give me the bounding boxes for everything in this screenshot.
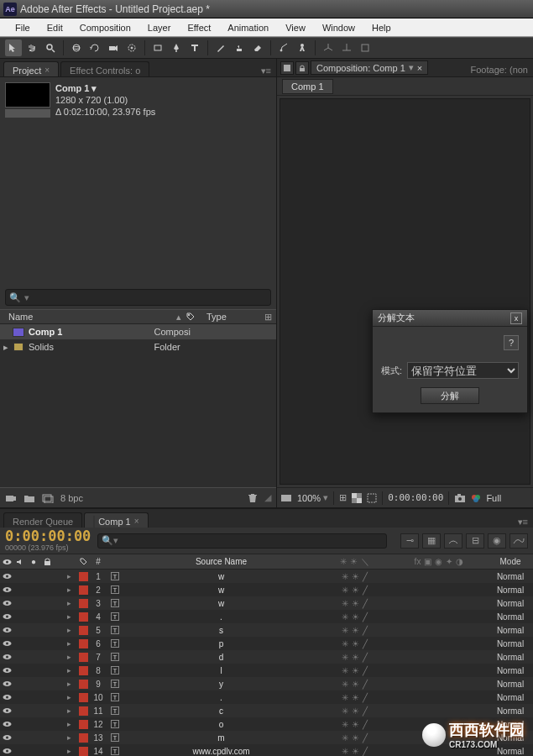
expand-toggle[interactable]: ▸ bbox=[60, 720, 76, 728]
tab-effect-controls[interactable]: Effect Controls: o bbox=[60, 61, 149, 76]
shy-toggle-icon[interactable] bbox=[444, 533, 462, 549]
label-swatch[interactable] bbox=[76, 720, 91, 729]
layer-name[interactable]: l bbox=[121, 666, 318, 675]
col-video-icon[interactable] bbox=[0, 559, 13, 565]
frame-blend-toggle-icon[interactable]: ⊟ bbox=[466, 533, 484, 549]
label-swatch[interactable] bbox=[76, 599, 91, 608]
always-preview-icon[interactable] bbox=[280, 493, 292, 503]
expand-toggle[interactable]: ▸ bbox=[60, 706, 76, 715]
layer-name[interactable]: www.cpdlv.com bbox=[121, 747, 318, 756]
col-source-name[interactable]: Source Name bbox=[121, 557, 318, 566]
mode-select[interactable]: 保留字符位置 bbox=[407, 362, 519, 379]
layer-row[interactable]: ▸11Tc✳☀╱Normal bbox=[0, 704, 533, 717]
expand-toggle[interactable]: ▸ bbox=[60, 693, 76, 701]
mask-visibility-icon[interactable] bbox=[367, 493, 377, 503]
col-mode[interactable]: Mode bbox=[483, 557, 533, 566]
menu-animation[interactable]: Animation bbox=[221, 20, 275, 35]
expand-toggle[interactable]: ▸ bbox=[60, 653, 76, 661]
view-axis-icon[interactable] bbox=[357, 39, 374, 56]
channel-icon[interactable] bbox=[471, 493, 481, 503]
layer-name[interactable]: w bbox=[121, 585, 318, 595]
hand-tool[interactable] bbox=[24, 39, 40, 56]
eye-toggle-icon[interactable] bbox=[0, 613, 13, 620]
expand-toggle[interactable]: ▸ bbox=[60, 612, 76, 621]
expand-toggle[interactable]: ▸ bbox=[60, 599, 76, 607]
eye-toggle-icon[interactable] bbox=[0, 734, 13, 741]
layer-switches[interactable]: ✳☀╱ bbox=[318, 599, 390, 608]
interpret-footage-icon[interactable] bbox=[5, 493, 17, 503]
viewer-layer-icon[interactable] bbox=[280, 61, 294, 75]
label-swatch[interactable] bbox=[76, 639, 91, 648]
layer-name[interactable]: c bbox=[121, 706, 318, 716]
panel-resize-icon[interactable]: ◢ bbox=[264, 492, 271, 503]
layer-name[interactable]: w bbox=[121, 572, 318, 581]
menu-file[interactable]: File bbox=[8, 20, 37, 35]
eye-toggle-icon[interactable] bbox=[0, 748, 13, 754]
menu-effect[interactable]: Effect bbox=[180, 20, 217, 35]
menu-edit[interactable]: Edit bbox=[40, 20, 70, 35]
type-tool[interactable] bbox=[186, 39, 203, 56]
layer-row[interactable]: ▸5Ts✳☀╱Normal bbox=[0, 623, 533, 637]
col-label-icon[interactable] bbox=[76, 558, 91, 565]
layer-name[interactable]: . bbox=[121, 612, 318, 622]
eye-toggle-icon[interactable] bbox=[0, 694, 13, 701]
layer-row[interactable]: ▸4T.✳☀╱Normal bbox=[0, 610, 533, 623]
menu-window[interactable]: Window bbox=[316, 20, 362, 35]
menu-layer[interactable]: Layer bbox=[141, 20, 178, 35]
rotation-tool[interactable] bbox=[86, 39, 103, 56]
timeline-search[interactable]: 🔍▾ bbox=[97, 533, 387, 549]
composition-viewer[interactable] bbox=[280, 98, 530, 485]
label-swatch[interactable] bbox=[76, 572, 91, 581]
tab-timeline-comp1[interactable]: Comp 1× bbox=[84, 512, 148, 528]
col-switches[interactable]: ✳☀＼ bbox=[318, 556, 390, 568]
eye-toggle-icon[interactable] bbox=[0, 600, 13, 606]
layer-switches[interactable]: ✳☀╱ bbox=[318, 733, 390, 743]
col-number[interactable]: # bbox=[91, 557, 109, 566]
layer-switches[interactable]: ✳☀╱ bbox=[318, 747, 390, 756]
project-col-type[interactable]: Type bbox=[203, 312, 259, 322]
local-axis-icon[interactable] bbox=[320, 39, 337, 56]
expand-toggle[interactable]: ▸ bbox=[60, 626, 76, 634]
snapshot-icon[interactable] bbox=[454, 493, 466, 503]
label-swatch[interactable] bbox=[76, 585, 91, 595]
layer-mode[interactable]: Normal bbox=[483, 612, 533, 622]
label-swatch[interactable] bbox=[76, 747, 91, 756]
col-solo-icon[interactable]: ● bbox=[27, 557, 40, 566]
world-axis-icon[interactable] bbox=[338, 39, 355, 56]
layer-name[interactable]: o bbox=[121, 720, 318, 729]
comp-mini-flowchart-icon[interactable]: ⊸ bbox=[400, 533, 419, 549]
close-icon[interactable]: × bbox=[134, 517, 139, 526]
expand-toggle[interactable]: ▸ bbox=[60, 639, 76, 648]
layer-name[interactable]: p bbox=[121, 639, 318, 648]
transparency-grid-icon[interactable] bbox=[352, 493, 362, 503]
layer-name[interactable]: m bbox=[121, 733, 318, 743]
layer-name[interactable]: w bbox=[121, 599, 318, 608]
layer-row[interactable]: ▸8Tl✳☀╱Normal bbox=[0, 664, 533, 677]
eye-toggle-icon[interactable] bbox=[0, 680, 13, 687]
layer-row[interactable]: ▸1Tw✳☀╱Normal bbox=[0, 570, 533, 583]
eye-toggle-icon[interactable] bbox=[0, 640, 13, 647]
col-audio-icon[interactable] bbox=[13, 559, 27, 565]
layer-mode[interactable]: Normal bbox=[483, 653, 533, 662]
layer-switches[interactable]: ✳☀╱ bbox=[318, 653, 390, 662]
layer-row[interactable]: ▸3Tw✳☀╱Normal bbox=[0, 596, 533, 610]
layer-mode[interactable]: Normal bbox=[483, 599, 533, 608]
layer-name[interactable]: d bbox=[121, 653, 318, 662]
layer-mode[interactable]: Normal bbox=[483, 572, 533, 581]
expand-toggle[interactable]: ▸ bbox=[60, 572, 76, 580]
selection-tool[interactable] bbox=[5, 39, 22, 56]
expand-toggle[interactable]: ▸ bbox=[60, 680, 76, 688]
draft3d-icon[interactable]: ▦ bbox=[422, 533, 441, 549]
zoom-dropdown[interactable]: 100%▾ bbox=[297, 492, 328, 503]
layer-switches[interactable]: ✳☀╱ bbox=[318, 680, 390, 689]
new-comp-icon[interactable] bbox=[42, 493, 54, 503]
layer-mode[interactable]: Normal bbox=[483, 680, 533, 689]
project-item-comp1[interactable]: Comp 1 Composi bbox=[0, 324, 276, 339]
menu-view[interactable]: View bbox=[279, 20, 312, 35]
comp-breadcrumb[interactable]: Comp 1 bbox=[282, 79, 333, 94]
layer-switches[interactable]: ✳☀╱ bbox=[318, 585, 390, 595]
clone-stamp-tool[interactable] bbox=[231, 39, 248, 56]
composition-dropdown[interactable]: Composition: Comp 1▾× bbox=[311, 60, 428, 75]
eye-toggle-icon[interactable] bbox=[0, 707, 13, 714]
eraser-tool[interactable] bbox=[249, 39, 266, 56]
